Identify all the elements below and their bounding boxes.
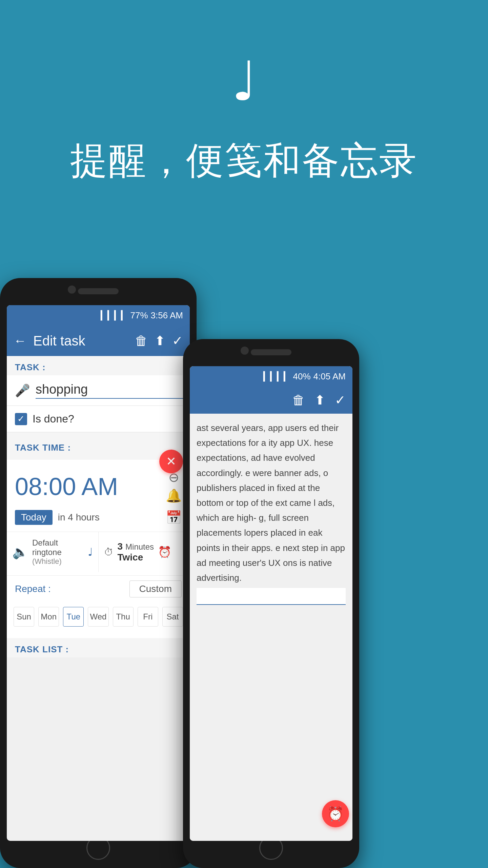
clock-icon: ⏱ bbox=[104, 547, 114, 558]
app-bar-left: ← Edit task 🗑 ⬆ ✓ bbox=[7, 326, 190, 356]
left-phone-screen: ▎▎▎▎ 77% 3:56 AM ← Edit task 🗑 ⬆ ✓ TASK … bbox=[7, 305, 190, 841]
right-article-text: ast several years, app users ed their ex… bbox=[197, 420, 346, 585]
share-button[interactable]: ⬆ bbox=[155, 333, 165, 348]
right-content-area: ast several years, app users ed their ex… bbox=[190, 414, 352, 841]
days-row: Sun Mon Tue Wed Thu Fri Sat bbox=[7, 602, 190, 631]
right-battery-text: 40% bbox=[293, 371, 311, 382]
time-text: 3:56 AM bbox=[151, 310, 183, 321]
twice-label: Twice bbox=[118, 552, 154, 563]
app-bar-title: Edit task bbox=[33, 333, 128, 349]
is-done-area: ✓ Is done? bbox=[7, 406, 190, 432]
app-bar-right: 🗑 ⬆ ✓ bbox=[190, 387, 352, 414]
phone-camera-dot bbox=[68, 285, 76, 294]
music-note-small-icon: ♩ bbox=[88, 546, 93, 558]
time-controls: ⊖ 🔔 bbox=[166, 470, 182, 503]
volume-icon: 🔈 bbox=[12, 545, 28, 559]
fab-alarm-button[interactable]: ⏰ bbox=[322, 800, 349, 827]
day-tue[interactable]: Tue bbox=[63, 607, 84, 627]
repeat-row: Repeat : Custom bbox=[7, 575, 190, 602]
time-value[interactable]: 08:00 AM bbox=[15, 473, 159, 500]
minutes-info: 3 Minutes Twice bbox=[118, 541, 154, 563]
is-done-label: Is done? bbox=[33, 413, 74, 425]
main-title: 提醒，便笺和备忘录 bbox=[70, 136, 418, 186]
back-button[interactable]: ← bbox=[14, 334, 26, 348]
alarm-icon: ⏰ bbox=[158, 546, 171, 558]
content-area: TASK : 🎤 ✓ Is done? TASK TIME : ✕ 08:00 … bbox=[7, 356, 190, 657]
right-time-text: 4:05 AM bbox=[313, 371, 346, 382]
confirm-button[interactable]: ✓ bbox=[172, 333, 183, 348]
right-phone-screen: ▎▎▎▎ 40% 4:05 AM 🗑 ⬆ ✓ ast several years… bbox=[190, 366, 352, 841]
right-text-input[interactable] bbox=[197, 588, 346, 605]
right-phone-speaker bbox=[251, 349, 291, 355]
day-wed[interactable]: Wed bbox=[88, 607, 108, 627]
ringtone-sub: (Whistle) bbox=[32, 557, 84, 566]
right-signal-icon: ▎▎▎▎ bbox=[263, 371, 290, 382]
signal-icon: ▎▎▎▎ bbox=[101, 310, 128, 321]
task-input[interactable] bbox=[36, 382, 190, 399]
phone-speaker bbox=[78, 288, 119, 294]
right-share-button[interactable]: ⬆ bbox=[314, 393, 325, 408]
task-section-label: TASK : bbox=[7, 356, 190, 375]
in-hours-text: in 4 hours bbox=[58, 512, 160, 523]
minutes-label: Minutes bbox=[125, 542, 154, 552]
task-list-label: TASK LIST : bbox=[7, 638, 190, 657]
task-time-section: ✕ 08:00 AM ⊖ 🔔 Today in 4 hours 📅 bbox=[7, 460, 190, 638]
status-bar-right: ▎▎▎▎ 40% 4:05 AM bbox=[190, 366, 352, 387]
ringtone-text: Default ringtone (Whistle) bbox=[32, 538, 84, 566]
task-input-area: 🎤 bbox=[7, 375, 190, 406]
battery-text: 77% bbox=[130, 310, 148, 321]
music-note-icon: ♩ bbox=[231, 54, 257, 108]
today-badge[interactable]: Today bbox=[15, 510, 53, 525]
right-confirm-button[interactable]: ✓ bbox=[335, 393, 346, 408]
close-button[interactable]: ✕ bbox=[159, 450, 183, 473]
custom-button[interactable]: Custom bbox=[129, 580, 182, 597]
calendar-icon[interactable]: 📅 bbox=[166, 510, 182, 525]
mic-icon[interactable]: 🎤 bbox=[15, 383, 30, 398]
bell-icon[interactable]: 🔔 bbox=[166, 488, 182, 503]
repeat-label: Repeat : bbox=[15, 584, 51, 594]
status-bar-left: ▎▎▎▎ 77% 3:56 AM bbox=[7, 305, 190, 326]
is-done-checkbox[interactable]: ✓ bbox=[15, 413, 27, 425]
left-phone: ▎▎▎▎ 77% 3:56 AM ← Edit task 🗑 ⬆ ✓ TASK … bbox=[0, 278, 197, 868]
task-time-label: TASK TIME : bbox=[7, 436, 190, 456]
alarm-cell[interactable]: ⏱ 3 Minutes Twice ⏰ bbox=[99, 532, 190, 572]
day-sun[interactable]: Sun bbox=[14, 607, 34, 627]
right-phone: ▎▎▎▎ 40% 4:05 AM 🗑 ⬆ ✓ ast several years… bbox=[183, 339, 359, 868]
day-fri[interactable]: Fri bbox=[138, 607, 158, 627]
right-phone-camera bbox=[241, 347, 249, 355]
ringtone-title: Default ringtone bbox=[32, 538, 84, 557]
ringtone-cell[interactable]: 🔈 Default ringtone (Whistle) ♩ bbox=[7, 532, 99, 572]
day-sat[interactable]: Sat bbox=[162, 607, 183, 627]
ringtone-row: 🔈 Default ringtone (Whistle) ♩ ⏱ 3 Minu bbox=[7, 532, 190, 572]
right-delete-button[interactable]: 🗑 bbox=[292, 393, 305, 408]
delete-button[interactable]: 🗑 bbox=[135, 334, 148, 348]
day-thu[interactable]: Thu bbox=[113, 607, 134, 627]
minutes-count: 3 bbox=[118, 541, 123, 552]
day-mon[interactable]: Mon bbox=[38, 607, 59, 627]
date-row: Today in 4 hours 📅 bbox=[7, 507, 190, 528]
